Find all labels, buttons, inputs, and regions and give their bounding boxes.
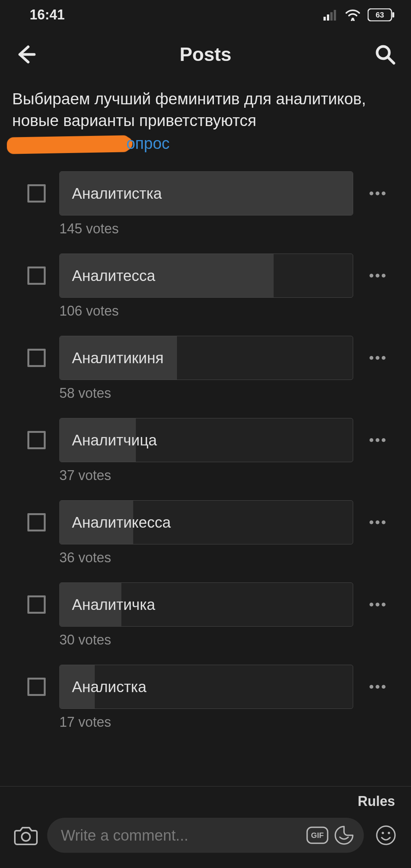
back-button[interactable] — [12, 41, 40, 68]
svg-point-14 — [382, 832, 384, 834]
comment-placeholder: Write a comment... — [61, 827, 302, 844]
comment-row: Write a comment... GIF — [0, 809, 411, 868]
svg-rect-0 — [323, 17, 326, 21]
app-header: Posts — [0, 30, 411, 79]
poll-checkbox[interactable] — [27, 678, 46, 696]
svg-line-9 — [388, 57, 394, 63]
poll-option: Аналитикиня — [27, 336, 388, 380]
poll-vote-count: 145 votes — [59, 221, 388, 237]
svg-rect-3 — [334, 10, 336, 21]
poll-option-more[interactable] — [367, 603, 388, 606]
search-button[interactable] — [371, 41, 399, 68]
svg-rect-1 — [327, 14, 329, 21]
poll-vote-count: 37 votes — [59, 468, 388, 483]
poll-vote-count: 36 votes — [59, 550, 388, 566]
poll-option-more[interactable] — [367, 685, 388, 689]
redacted-text — [12, 136, 126, 154]
svg-text:GIF: GIF — [311, 831, 323, 839]
poll-option-more[interactable] — [367, 274, 388, 278]
hashtag-link[interactable]: опрос — [126, 134, 170, 152]
poll-bar[interactable]: Аналитчица — [59, 418, 353, 462]
poll-option: Аналитесса — [27, 254, 388, 298]
poll-option-label: Аналитистка — [72, 185, 162, 202]
poll-bar[interactable]: Аналитистка — [59, 171, 353, 215]
poll-checkbox[interactable] — [27, 595, 46, 614]
svg-text:63: 63 — [376, 11, 384, 19]
poll-vote-count: 17 votes — [59, 714, 388, 730]
poll-option-more[interactable] — [367, 438, 388, 442]
battery-icon: 63 — [368, 8, 395, 21]
comment-input[interactable]: Write a comment... GIF — [47, 818, 364, 853]
svg-point-15 — [388, 832, 390, 834]
poll-checkbox[interactable] — [27, 266, 46, 285]
status-time: 16:41 — [30, 7, 65, 23]
poll-option-label: Аналитесса — [72, 267, 155, 284]
hashtag-row: опрос — [0, 131, 411, 168]
poll-option: Аналитичка — [27, 582, 388, 627]
gif-button[interactable]: GIF — [306, 824, 329, 847]
search-icon — [375, 44, 395, 65]
poll-option-label: Аналитикесса — [72, 514, 171, 531]
emoji-icon — [375, 825, 397, 846]
svg-point-13 — [377, 826, 395, 844]
status-bar: 16:41 63 — [0, 0, 411, 30]
poll-option-label: Аналитичка — [72, 596, 155, 613]
poll-bar[interactable]: Аналитикиня — [59, 336, 353, 380]
poll-option: Аналистка — [27, 665, 388, 709]
emoji-button[interactable] — [374, 824, 397, 847]
poll-option-more[interactable] — [367, 520, 388, 524]
sticker-icon — [334, 825, 354, 846]
poll-option: Аналитистка — [27, 171, 388, 215]
cellular-icon — [323, 9, 338, 21]
poll-option-label: Аналитикиня — [72, 349, 164, 367]
poll-bar[interactable]: Аналистка — [59, 665, 353, 709]
poll-checkbox[interactable] — [27, 349, 46, 367]
poll-bar[interactable]: Аналитикесса — [59, 500, 353, 544]
camera-button[interactable] — [14, 823, 38, 847]
poll-option-label: Аналистка — [72, 678, 147, 696]
gif-icon: GIF — [306, 827, 328, 844]
poll-vote-count: 58 votes — [59, 385, 388, 401]
poll-checkbox[interactable] — [27, 513, 46, 531]
poll-option-more[interactable] — [367, 191, 388, 195]
svg-point-10 — [22, 833, 30, 841]
poll-bar[interactable]: Аналитесса — [59, 254, 353, 298]
svg-rect-2 — [330, 12, 333, 21]
svg-point-4 — [352, 18, 354, 21]
rules-link[interactable]: Rules — [0, 787, 411, 809]
poll-vote-count: 30 votes — [59, 632, 388, 648]
poll: Аналитистка 145 votes Аналитесса 106 vot… — [0, 168, 411, 730]
poll-checkbox[interactable] — [27, 431, 46, 449]
poll-option: Аналитикесса — [27, 500, 388, 544]
poll-checkbox[interactable] — [27, 184, 46, 203]
poll-option-label: Аналитчица — [72, 432, 157, 449]
status-right: 63 — [323, 8, 395, 21]
bottom-bar: Rules Write a comment... GIF — [0, 786, 411, 868]
sticker-button[interactable] — [333, 824, 355, 847]
arrow-left-icon — [15, 44, 37, 65]
poll-vote-count: 106 votes — [59, 303, 388, 319]
poll-bar[interactable]: Аналитичка — [59, 582, 353, 627]
poll-option-more[interactable] — [367, 356, 388, 360]
post-text: Выбираем лучший феминитив для аналитиков… — [0, 79, 411, 131]
wifi-icon — [345, 9, 361, 21]
svg-rect-6 — [392, 12, 394, 18]
camera-icon — [14, 825, 38, 845]
poll-option: Аналитчица — [27, 418, 388, 462]
page-title: Posts — [40, 43, 371, 65]
